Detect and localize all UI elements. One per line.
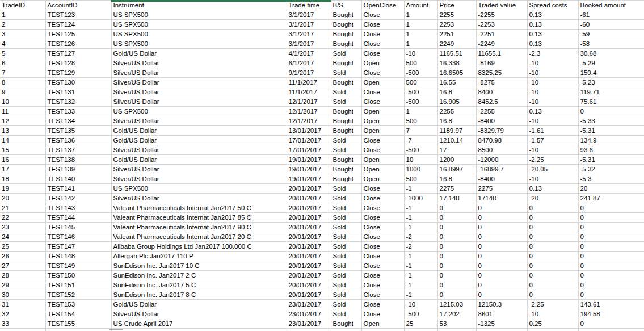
cell-instrument[interactable]: Alibaba Group Holdings Ltd Jan2017 100.0…	[111, 242, 287, 252]
cell-open_close[interactable]: Close	[361, 87, 404, 97]
cell-buy_sell[interactable]: Sold	[331, 213, 361, 223]
cell-open_close[interactable]: Open	[361, 319, 404, 329]
cell-trade_time[interactable]: 20/01/2017	[287, 261, 331, 271]
cell-trade_id[interactable]: 3	[0, 30, 45, 39]
cell-price[interactable]: 16.8	[437, 87, 476, 97]
cell-price[interactable]: 17.148	[437, 194, 476, 203]
cell-trade_id[interactable]: 5	[0, 49, 45, 58]
cell-booked_amount[interactable]: -5.29	[578, 58, 644, 68]
cell-price[interactable]: 1189.97	[437, 126, 476, 136]
cell-spread_costs[interactable]: -2.25	[527, 155, 578, 165]
cell-traded_value[interactable]: -2251	[476, 30, 527, 39]
cell-spread_costs[interactable]: 0	[527, 280, 578, 290]
cell-buy_sell[interactable]: Sold	[331, 271, 361, 280]
cell-instrument[interactable]: Allergan Plc Jan2017 110 P	[111, 252, 287, 261]
cell-open_close[interactable]: Close	[361, 136, 404, 145]
cell-amount[interactable]: -1	[404, 184, 437, 194]
cell-open_close[interactable]: Close	[361, 39, 404, 49]
cell-open_close[interactable]: Close	[361, 145, 404, 155]
cell-trade_id[interactable]: 19	[0, 184, 45, 194]
cell-instrument[interactable]: Gold/US Dollar	[111, 49, 287, 58]
cell-instrument[interactable]: US SPX500	[111, 184, 287, 194]
cell-price[interactable]: 16.338	[437, 58, 476, 68]
cell-instrument[interactable]: Silver/US Dollar	[111, 145, 287, 155]
cell-trade_id[interactable]: 1	[0, 10, 45, 20]
cell-booked_amount[interactable]: 75.61	[578, 97, 644, 107]
cell-spread_costs[interactable]: -10	[527, 58, 578, 68]
cell-trade_time[interactable]	[287, 329, 331, 331]
cell-amount[interactable]: -1	[404, 223, 437, 232]
cell-booked_amount[interactable]: 0	[578, 223, 644, 232]
cell-instrument[interactable]	[111, 329, 287, 331]
cell-traded_value[interactable]: -12000	[476, 155, 527, 165]
cell-account_id[interactable]: TEST145	[45, 223, 111, 232]
cell-traded_value[interactable]: -16899.7	[476, 165, 527, 174]
cell-amount[interactable]: 1	[404, 10, 437, 20]
cell-price[interactable]: 0	[437, 290, 476, 300]
cell-account_id[interactable]: TEST124	[45, 20, 111, 30]
cell-buy_sell[interactable]: Sold	[331, 309, 361, 319]
cell-booked_amount[interactable]: -5.31	[578, 155, 644, 165]
cell-traded_value[interactable]: -2255	[476, 107, 527, 116]
cell-instrument[interactable]: US SPX500	[111, 20, 287, 30]
cell-instrument[interactable]: Silver/US Dollar	[111, 97, 287, 107]
cell-buy_sell[interactable]: Sold	[331, 87, 361, 97]
cell-traded_value[interactable]: -8169	[476, 58, 527, 68]
cell-spread_costs[interactable]: 0	[527, 252, 578, 261]
cell-account_id[interactable]: TEST132	[45, 97, 111, 107]
cell-spread_costs[interactable]: -2.25	[527, 300, 578, 309]
cell-price[interactable]: 16.8	[437, 174, 476, 184]
cell-booked_amount[interactable]: -61	[578, 10, 644, 20]
cell-amount[interactable]: -7	[404, 136, 437, 145]
cell-buy_sell[interactable]: Sold	[331, 136, 361, 145]
cell-account_id[interactable]: TEST153	[45, 300, 111, 309]
cell-price[interactable]	[437, 329, 476, 331]
cell-instrument[interactable]: Valeant Pharmaceuticals Internat Jan2017…	[111, 232, 287, 242]
cell-trade_time[interactable]: 23/01/2017	[287, 300, 331, 309]
cell-price[interactable]: 16.6505	[437, 68, 476, 78]
cell-traded_value[interactable]: 0	[476, 280, 527, 290]
cell-booked_amount[interactable]: 0	[578, 213, 644, 223]
cell-price[interactable]: 17.202	[437, 309, 476, 319]
cell-spread_costs[interactable]	[527, 329, 578, 331]
cell-booked_amount[interactable]: 0	[578, 280, 644, 290]
cell-spread_costs[interactable]: 0	[527, 290, 578, 300]
cell-trade_time[interactable]: 12/1/2017	[287, 97, 331, 107]
cell-buy_sell[interactable]: Sold	[331, 184, 361, 194]
cell-account_id[interactable]: TEST151	[45, 280, 111, 290]
cell-instrument[interactable]: Silver/US Dollar	[111, 87, 287, 97]
cell-trade_id[interactable]: 31	[0, 300, 45, 309]
cell-instrument[interactable]: Valeant Pharmaceuticals Internat Jan2017…	[111, 213, 287, 223]
cell-amount[interactable]: 7	[404, 126, 437, 136]
cell-open_close[interactable]: Open	[361, 116, 404, 126]
cell-buy_sell[interactable]: Bought	[331, 126, 361, 136]
cell-buy_sell[interactable]	[331, 329, 361, 331]
cell-account_id[interactable]: TEST136	[45, 136, 111, 145]
cell-trade_time[interactable]: 11/1/2017	[287, 78, 331, 87]
cell-instrument[interactable]: Silver/US Dollar	[111, 58, 287, 68]
cell-booked_amount[interactable]: 0	[578, 290, 644, 300]
cell-booked_amount[interactable]: 150.4	[578, 68, 644, 78]
cell-instrument[interactable]: Silver/US Dollar	[111, 165, 287, 174]
cell-account_id[interactable]: TEST147	[45, 242, 111, 252]
cell-trade_time[interactable]: 3/1/2017	[287, 39, 331, 49]
cell-booked_amount[interactable]: 0	[578, 242, 644, 252]
cell-price[interactable]: 0	[437, 203, 476, 213]
cell-traded_value[interactable]: 8325.25	[476, 68, 527, 78]
cell-traded_value[interactable]: 12150.3	[476, 300, 527, 309]
cell-buy_sell[interactable]: Sold	[331, 97, 361, 107]
cell-spread_costs[interactable]: -1.57	[527, 136, 578, 145]
cell-instrument[interactable]: Silver/US Dollar	[111, 68, 287, 78]
cell-buy_sell[interactable]: Bought	[331, 155, 361, 165]
cell-account_id[interactable]: TEST134	[45, 116, 111, 126]
cell-trade_time[interactable]: 20/01/2017	[287, 184, 331, 194]
cell-price[interactable]: 0	[437, 213, 476, 223]
cell-traded_value[interactable]: -8329.79	[476, 126, 527, 136]
cell-open_close[interactable]: Close	[361, 30, 404, 39]
cell-open_close[interactable]: Open	[361, 126, 404, 136]
cell-trade_time[interactable]: 20/01/2017	[287, 271, 331, 280]
cell-buy_sell[interactable]: Sold	[331, 290, 361, 300]
cell-account_id[interactable]: TEST123	[45, 10, 111, 20]
cell-buy_sell[interactable]: Bought	[331, 10, 361, 20]
cell-open_close[interactable]: Close	[361, 290, 404, 300]
